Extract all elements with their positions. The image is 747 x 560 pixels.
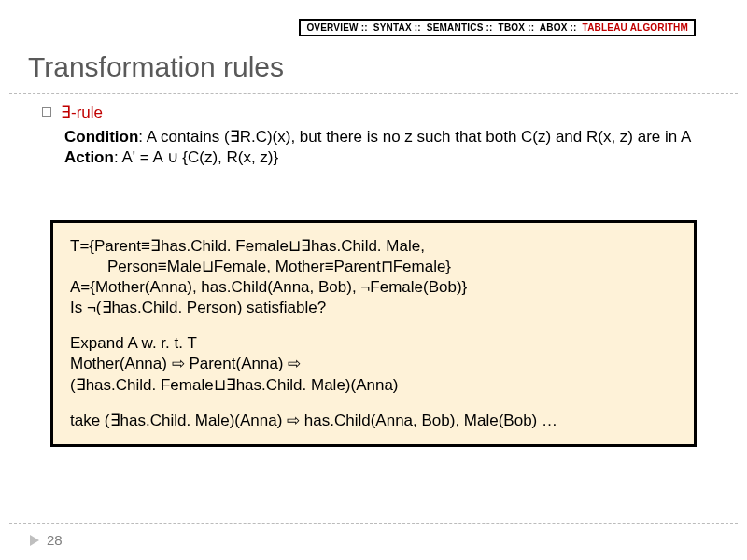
rule-name-row: ∃-rule: [42, 103, 710, 123]
nav-sep: ::: [571, 22, 577, 33]
nav-item-abox[interactable]: ABOX: [540, 22, 568, 33]
footer: 28: [30, 532, 63, 548]
expand-line2: Mother(Anna) ⇨ Parent(Anna) ⇨: [70, 355, 301, 372]
nav-sep: ::: [528, 22, 534, 33]
nav-item-overview[interactable]: OVERVIEW: [306, 22, 358, 33]
example-box: T={Parent≡∃has.Child. Female⊔∃has.Child.…: [50, 220, 697, 447]
question-line: Is ¬(∃has.Child. Person) satisfiable?: [70, 299, 326, 316]
example-take: take (∃has.Child. Male)(Anna) ⇨ has.Chil…: [70, 411, 681, 431]
arrow-right-icon: [30, 535, 39, 546]
page-number: 28: [47, 532, 63, 548]
take-line: take (∃has.Child. Male)(Anna) ⇨ has.Chil…: [70, 412, 557, 429]
nav-item-semantics[interactable]: SEMANTICS: [427, 22, 484, 33]
condition-line: Condition: A contains (∃R.C)(x), but the…: [64, 127, 710, 147]
nav-sep: ::: [361, 22, 368, 33]
bullet-icon: [42, 107, 51, 117]
rule-name: ∃-rule: [61, 104, 103, 121]
divider-top: [9, 93, 738, 94]
example-expand: Expand A w. r. t. T Mother(Anna) ⇨ Paren…: [70, 333, 681, 395]
nav-sep: ::: [415, 22, 421, 33]
tbox-line1: T={Parent≡∃has.Child. Female⊔∃has.Child.…: [70, 237, 425, 255]
example-setup: T={Parent≡∃has.Child. Female⊔∃has.Child.…: [70, 236, 681, 318]
rule-body: Condition: A contains (∃R.C)(x), but the…: [64, 127, 710, 168]
nav-item-tableau algorithm[interactable]: TABLEAU ALGORITHM: [583, 22, 688, 33]
abox-line: A={Mother(Anna), has.Child(Anna, Bob), ¬…: [70, 278, 467, 296]
page-title: Transformation rules: [28, 51, 284, 83]
tbox-line2: Person≡Male⊔Female, Mother≡Parent⊓Female…: [70, 257, 681, 277]
action-text: : A' = A ∪ {C(z), R(x, z)}: [114, 148, 278, 166]
condition-label: Condition: [64, 128, 138, 146]
condition-text: : A contains (∃R.C)(x), but there is no …: [138, 128, 691, 146]
action-label: Action: [64, 148, 114, 166]
breadcrumb: OVERVIEW:: SYNTAX:: SEMANTICS:: TBOX:: A…: [299, 19, 696, 36]
divider-bottom: [9, 523, 738, 524]
nav-item-syntax[interactable]: SYNTAX: [374, 22, 412, 33]
action-line: Action: A' = A ∪ {C(z), R(x, z)}: [64, 147, 710, 168]
expand-line1: Expand A w. r. t. T: [70, 334, 197, 352]
expand-line3: (∃has.Child. Female⊔∃has.Child. Male)(An…: [70, 376, 399, 394]
rule-block: ∃-rule Condition: A contains (∃R.C)(x), …: [42, 103, 710, 168]
nav-item-tbox[interactable]: TBOX: [499, 22, 526, 33]
nav-sep: ::: [486, 22, 493, 33]
